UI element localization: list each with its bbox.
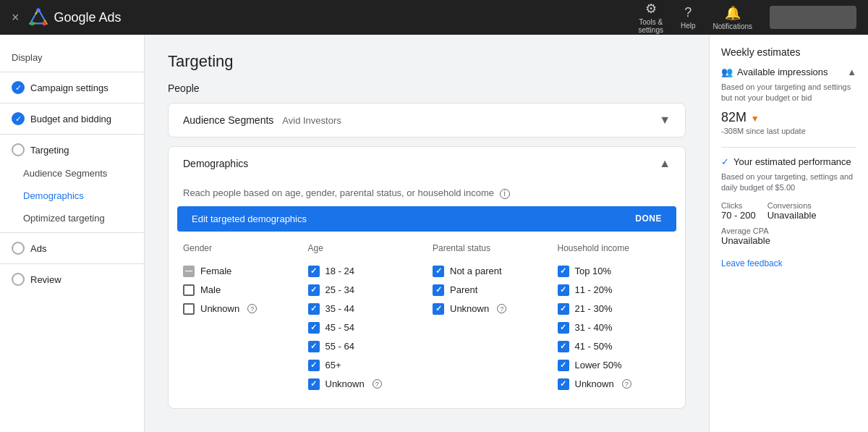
- 31-40-row: 31 - 40%: [558, 318, 671, 337]
- age-18-24-row: 18 - 24: [308, 262, 422, 281]
- male-checkbox[interactable]: [183, 284, 195, 296]
- avg-cpa-section: Average CPA Unavailable: [721, 226, 856, 246]
- income-unknown-help-icon[interactable]: ?: [622, 379, 631, 389]
- 21-30-row: 21 - 30%: [558, 300, 671, 318]
- clicks-metric: Clicks 70 - 200: [721, 201, 756, 221]
- parental-unknown-help-icon[interactable]: ?: [497, 304, 506, 313]
- gender-unknown-checkbox[interactable]: [183, 303, 195, 315]
- demographics-info-icon[interactable]: i: [500, 189, 510, 199]
- top-10-checkbox[interactable]: [558, 266, 569, 277]
- female-checkbox[interactable]: [183, 266, 195, 277]
- svg-point-4: [36, 8, 41, 12]
- available-impressions-desc: Based on your targeting and settings but…: [721, 82, 856, 104]
- lower-50-checkbox[interactable]: [558, 360, 569, 371]
- bell-icon: 🔔: [725, 5, 741, 21]
- audience-segments-header[interactable]: Audience Segments Avid Investors ▼: [169, 103, 685, 137]
- sidebar-item-demographics[interactable]: Demographics: [0, 185, 144, 207]
- tools-icon: ⚙: [645, 1, 657, 17]
- impressions-trend-icon: ▼: [751, 114, 760, 124]
- notifications-button[interactable]: 🔔 Notifications: [713, 5, 752, 30]
- gender-female-row: Female: [183, 262, 297, 281]
- sidebar-item-audience-segments[interactable]: Audience Segments: [0, 162, 144, 185]
- parent-row: Parent: [433, 281, 546, 300]
- 21-30-checkbox[interactable]: [558, 303, 569, 315]
- demographics-table: Gender Female Male Unknown ?: [169, 232, 685, 408]
- performance-metrics: Clicks 70 - 200 Conversions Unavailable: [721, 201, 856, 221]
- income-unknown-checkbox[interactable]: [558, 378, 569, 390]
- top-10-row: Top 10%: [558, 262, 671, 281]
- age-45-54-label: 45 - 54: [326, 322, 354, 333]
- age-45-54-row: 45 - 54: [308, 318, 422, 337]
- age-35-44-checkbox[interactable]: [308, 303, 320, 315]
- age-55-64-label: 55 - 64: [326, 341, 354, 352]
- gender-unknown-help-icon[interactable]: ?: [247, 304, 257, 313]
- done-button[interactable]: DONE: [635, 213, 662, 224]
- search-input[interactable]: [770, 6, 856, 29]
- sidebar-item-optimized-targeting[interactable]: Optimized targeting: [0, 207, 144, 229]
- review-status-icon: [12, 273, 25, 286]
- lower-50-label: Lower 50%: [575, 360, 622, 370]
- age-25-34-row: 25 - 34: [308, 281, 422, 300]
- sidebar-item-display[interactable]: Display: [0, 46, 144, 69]
- 11-20-checkbox[interactable]: [558, 284, 569, 296]
- 31-40-checkbox[interactable]: [558, 322, 569, 334]
- top-navigation: × Google Ads ⚙ Tools & settings ? Help 🔔…: [0, 0, 868, 35]
- weekly-estimates-title: Weekly estimates: [721, 46, 856, 58]
- age-55-64-checkbox[interactable]: [308, 341, 320, 352]
- age-18-24-label: 18 - 24: [326, 266, 354, 276]
- top-10-label: Top 10%: [575, 266, 612, 276]
- sidebar-item-budget-bidding[interactable]: ✓ Budget and bidding: [0, 106, 144, 131]
- help-button[interactable]: ? Help: [681, 5, 696, 30]
- not-a-parent-checkbox[interactable]: [433, 266, 444, 277]
- sidebar-item-campaign-settings[interactable]: ✓ Campaign settings: [0, 75, 144, 100]
- age-18-24-checkbox[interactable]: [308, 266, 320, 277]
- performance-header: ✓ Your estimated performance: [721, 156, 856, 167]
- gender-column: Gender Female Male Unknown ?: [177, 237, 302, 399]
- tools-settings-button[interactable]: ⚙ Tools & settings: [638, 1, 663, 34]
- demographics-card: Demographics ▲ Reach people based on age…: [168, 146, 686, 409]
- sidebar-item-ads[interactable]: Ads: [0, 236, 144, 261]
- panel-divider: [721, 147, 856, 148]
- parent-checkbox[interactable]: [433, 284, 444, 296]
- age-unknown-help-icon[interactable]: ?: [373, 379, 382, 389]
- clicks-label: Clicks: [721, 201, 756, 210]
- age-unknown-row: Unknown ?: [308, 375, 422, 394]
- budget-bidding-status-icon: ✓: [12, 112, 25, 125]
- parental-status-column: Parental status Not a parent Parent Unkn…: [427, 237, 552, 399]
- 11-20-row: 11 - 20%: [558, 281, 671, 300]
- parental-unknown-checkbox[interactable]: [433, 303, 444, 315]
- age-35-44-row: 35 - 44: [308, 300, 422, 318]
- gender-unknown-label: Unknown: [200, 303, 239, 314]
- parental-unknown-label: Unknown: [450, 303, 489, 314]
- household-income-column: Household income Top 10% 11 - 20% 21 - 3…: [552, 237, 677, 399]
- page-title: Targeting: [168, 52, 686, 71]
- age-45-54-checkbox[interactable]: [308, 322, 320, 334]
- avg-cpa-value: Unavailable: [721, 235, 856, 246]
- 41-50-checkbox[interactable]: [558, 341, 569, 352]
- edit-demographics-bar: Edit targeted demographics DONE: [177, 206, 676, 232]
- demographics-header[interactable]: Demographics ▲: [169, 147, 685, 180]
- 41-50-row: 41 - 50%: [558, 337, 671, 356]
- 41-50-label: 41 - 50%: [575, 341, 613, 352]
- leave-feedback-link[interactable]: Leave feedback: [721, 258, 783, 268]
- sidebar-item-review[interactable]: Review: [0, 267, 144, 292]
- age-25-34-label: 25 - 34: [326, 284, 354, 295]
- sidebar-divider-1: [0, 72, 144, 72]
- conversions-value: Unavailable: [767, 210, 817, 221]
- available-impressions-collapse-icon[interactable]: ▲: [847, 67, 856, 77]
- age-unknown-checkbox[interactable]: [308, 378, 320, 390]
- avg-cpa-label: Average CPA: [721, 226, 856, 235]
- sidebar-divider-5: [0, 263, 144, 264]
- sidebar: Display ✓ Campaign settings ✓ Budget and…: [0, 35, 145, 432]
- sidebar-divider-2: [0, 103, 144, 103]
- impressions-value: 82M: [721, 110, 746, 124]
- close-icon[interactable]: ×: [12, 10, 20, 25]
- not-a-parent-label: Not a parent: [450, 266, 502, 276]
- age-65-plus-checkbox[interactable]: [308, 360, 320, 371]
- age-25-34-checkbox[interactable]: [308, 284, 320, 296]
- audience-segments-chevron-icon: ▼: [659, 114, 671, 127]
- people-group-icon: 👥: [721, 67, 733, 77]
- sidebar-item-targeting[interactable]: Targeting: [0, 137, 144, 162]
- svg-point-3: [42, 22, 46, 26]
- clicks-value: 70 - 200: [721, 210, 756, 221]
